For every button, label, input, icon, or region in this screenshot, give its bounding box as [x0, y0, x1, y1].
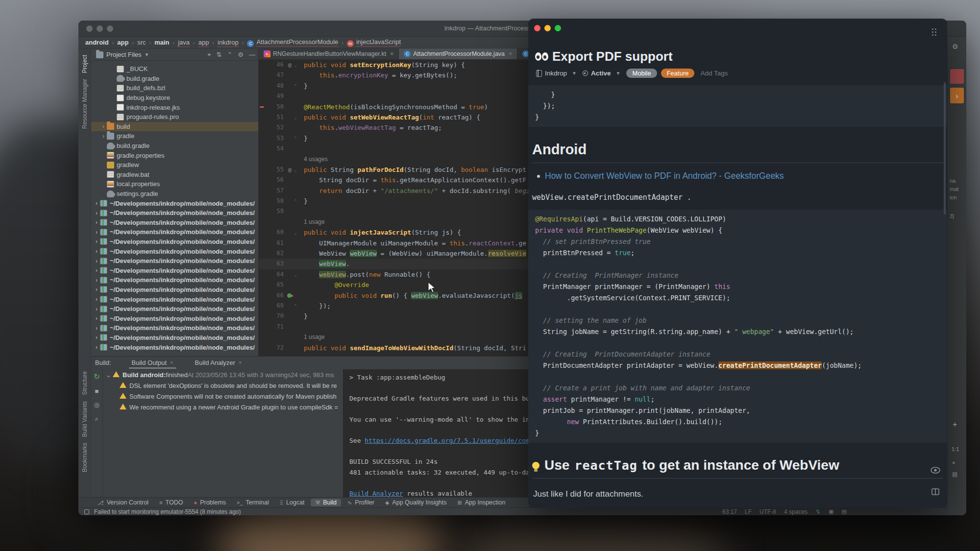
tree-item[interactable]: ›~/Developments/inkdrop/mobile/node_modu…: [91, 265, 258, 275]
minimize-icon[interactable]: [544, 25, 551, 31]
lock-icon[interactable]: ▣: [829, 508, 833, 515]
tab-close-icon[interactable]: ×: [509, 50, 512, 57]
tree-item[interactable]: gradle.properties: [91, 150, 258, 160]
close-icon[interactable]: [534, 25, 540, 31]
tree-item[interactable]: ›~/Developments/inkdrop/mobile/node_modu…: [91, 218, 258, 228]
tree-item[interactable]: settings.gradle: [91, 189, 258, 199]
tree-item[interactable]: ›~/Developments/inkdrop/mobile/node_modu…: [91, 333, 258, 343]
tree-item[interactable]: ›~/Developments/inkdrop/mobile/node_modu…: [91, 246, 258, 256]
chevron-right-icon[interactable]: ›: [100, 123, 107, 130]
fold-icon[interactable]: ⌄: [294, 112, 297, 122]
chevron-right-icon[interactable]: ›: [93, 219, 100, 226]
tree-item[interactable]: build.gradle: [91, 74, 258, 84]
status-widget[interactable]: LF: [745, 508, 752, 515]
tree-item[interactable]: gradlew: [91, 160, 258, 170]
tree-item[interactable]: ›~/Developments/inkdrop/mobile/node_modu…: [91, 313, 258, 323]
tree-item[interactable]: ›build: [91, 122, 258, 132]
tree-item[interactable]: ›~/Developments/inkdrop/mobile/node_modu…: [91, 323, 258, 333]
expand-icon[interactable]: ⇅: [217, 51, 222, 58]
tool-window-button-version-control[interactable]: ⎇Version Control: [93, 499, 153, 506]
breadcrumb-item[interactable]: minjectJavaScript: [347, 38, 401, 47]
fold-icon[interactable]: ⌄: [294, 165, 297, 175]
tree-item[interactable]: inkdrop-release.jks: [91, 102, 258, 112]
hide-icon[interactable]: —: [249, 51, 255, 58]
breadcrumb-item[interactable]: src: [137, 39, 146, 46]
chevron-right-icon[interactable]: ›: [93, 229, 100, 236]
split-view-icon[interactable]: [931, 488, 939, 495]
sidebar-stripe-project[interactable]: Project: [81, 55, 88, 73]
chevron-right-icon[interactable]: ›: [93, 344, 100, 351]
tab-close-icon[interactable]: ×: [390, 50, 393, 57]
breadcrumb-item[interactable]: CAttachmentProcessorModule: [247, 38, 338, 47]
tree-item[interactable]: _BUCK: [91, 64, 258, 74]
fold-icon[interactable]: ⌃: [294, 301, 297, 311]
find-icon[interactable]: ⌕: [95, 415, 98, 423]
rerun-icon[interactable]: ↻: [94, 372, 100, 381]
override-gutter-icon[interactable]: [287, 293, 292, 298]
tool-window-button-build[interactable]: ⚒Build: [311, 499, 341, 506]
tool-window-button-todo[interactable]: ≡TODO: [155, 499, 187, 506]
collapse-all-icon[interactable]: ⌃: [227, 51, 232, 58]
sidebar-stripe-resource-manager[interactable]: Resource Manager: [81, 79, 88, 129]
locate-icon[interactable]: ⌖: [207, 51, 211, 58]
status-widget[interactable]: 4 spaces: [784, 508, 808, 515]
tree-item[interactable]: ›~/Developments/inkdrop/mobile/node_modu…: [91, 237, 258, 247]
tool-window-button-problems[interactable]: ●Problems: [189, 499, 230, 506]
tree-item[interactable]: build.gradle: [91, 141, 258, 151]
project-panel-header[interactable]: Project Files ▼ ⌖⇅⌃⚙—: [91, 49, 258, 61]
chevron-right-icon[interactable]: ›: [93, 258, 100, 264]
drag-handle-icon[interactable]: [932, 28, 936, 30]
close-icon[interactable]: ×: [170, 359, 173, 365]
status-widget[interactable]: UTF-8: [760, 508, 776, 515]
eye-icon[interactable]: [931, 467, 940, 474]
tree-item[interactable]: ›~/Developments/inkdrop/mobile/node_modu…: [91, 285, 258, 295]
external-link[interactable]: How to Convert WebView to PDF in Android…: [545, 171, 784, 181]
sidebar-stripe-structure[interactable]: Structure: [81, 371, 88, 395]
pin-icon[interactable]: ◎: [94, 401, 99, 408]
build-warning-row[interactable]: We recommend using a newer Android Gradl…: [103, 402, 343, 412]
chevron-right-icon[interactable]: ›: [93, 238, 100, 245]
editor-tab[interactable]: CAttachmentProcessorModule.java×: [399, 48, 517, 59]
chevron-right-icon[interactable]: ›: [93, 248, 100, 255]
layers-icon[interactable]: ▤: [952, 471, 957, 478]
zoom-icon[interactable]: [555, 25, 561, 31]
tool-window-button-profiler[interactable]: ∿Profiler: [343, 499, 379, 506]
tree-item[interactable]: debug.keystore: [91, 93, 258, 103]
chevron-right-icon[interactable]: ›: [93, 277, 100, 284]
breadcrumb-item[interactable]: app: [117, 39, 128, 46]
settings-icon[interactable]: ⚙: [238, 51, 244, 58]
chevron-right-icon[interactable]: ›: [100, 133, 107, 140]
scrollbar[interactable]: [944, 82, 946, 215]
chevron-right-icon[interactable]: ›: [93, 334, 100, 341]
console-link[interactable]: https://docs.gradle.org/7.5.1/userguide/…: [365, 437, 530, 444]
editor-tab[interactable]: KRNGestureHandlerButtonViewManager.kt×: [259, 48, 399, 59]
sidebar-stripe-bookmarks[interactable]: Bookmarks: [81, 443, 88, 472]
tree-item[interactable]: ›~/Developments/inkdrop/mobile/node_modu…: [91, 304, 258, 314]
fold-icon[interactable]: ⌃: [294, 196, 297, 206]
zoom-level[interactable]: 1:1: [952, 446, 959, 452]
notification-badge[interactable]: [950, 69, 964, 84]
breadcrumb-item[interactable]: inkdrop: [218, 39, 239, 46]
run-badge[interactable]: ›: [950, 88, 964, 103]
project-view-selector[interactable]: Project Files: [106, 51, 142, 58]
build-warning-row[interactable]: Software Components will not be created …: [103, 391, 343, 402]
fold-icon[interactable]: ⌄: [294, 269, 297, 280]
chevron-right-icon[interactable]: ›: [93, 315, 100, 322]
window-controls[interactable]: [534, 25, 561, 31]
breadcrumb-item[interactable]: main: [154, 39, 169, 46]
tree-item[interactable]: ›~/Developments/inkdrop/mobile/node_modu…: [91, 342, 258, 352]
breadcrumb-item[interactable]: android: [85, 39, 109, 46]
status-selector[interactable]: Active▼: [583, 70, 620, 77]
locate-icon[interactable]: ⌖: [952, 459, 956, 466]
tree-item[interactable]: ›~/Developments/inkdrop/mobile/node_modu…: [91, 227, 258, 237]
add-tags-button[interactable]: Add Tags: [700, 70, 728, 77]
tool-window-button-logcat[interactable]: ΞLogcat: [275, 499, 309, 506]
tree-item[interactable]: ›~/Developments/inkdrop/mobile/node_modu…: [91, 208, 258, 218]
tab-build-analyzer[interactable]: Build Analyzer×: [194, 358, 243, 368]
tool-window-button-app-inspection[interactable]: ⊞App Inspection: [453, 499, 510, 506]
notebook-selector[interactable]: Inkdrop▼: [536, 70, 577, 77]
breadcrumb-item[interactable]: app: [198, 39, 209, 46]
fold-icon[interactable]: ⌃: [294, 133, 297, 144]
fold-icon[interactable]: ⌃: [294, 81, 297, 91]
tool-window-button-terminal[interactable]: >_Terminal: [232, 499, 273, 506]
